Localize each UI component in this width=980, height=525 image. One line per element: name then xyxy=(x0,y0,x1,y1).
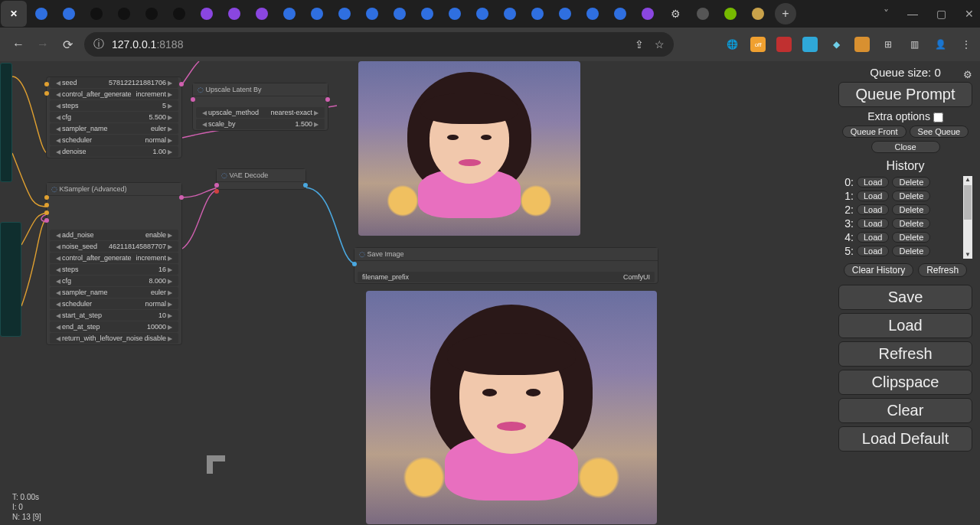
param-row[interactable]: ◀return_with_leftover_noisedisable▶ xyxy=(50,333,178,344)
ext-globe-icon[interactable]: 🌐 xyxy=(724,37,740,52)
param-row[interactable]: ◀cfg5.500▶ xyxy=(50,112,178,122)
tabs-dropdown-icon[interactable]: ˅ xyxy=(884,8,889,20)
left-arrow-icon[interactable]: ◀ xyxy=(54,114,62,121)
left-arrow-icon[interactable]: ◀ xyxy=(54,137,62,144)
node-ksampler-advanced[interactable]: ◌ KSampler (Advanced) ◀add_noiseenable▶◀… xyxy=(46,182,182,345)
window-close-icon[interactable]: ✕ xyxy=(965,8,974,20)
right-arrow-icon[interactable]: ▶ xyxy=(166,312,174,319)
tab[interactable] xyxy=(414,1,440,27)
tab[interactable] xyxy=(442,1,468,27)
param-row[interactable]: ◀seed578122121881706▶ xyxy=(50,77,178,88)
close-icon[interactable]: ✕ xyxy=(10,8,18,19)
param-row[interactable]: ◀control_after_generateincrement▶ xyxy=(50,253,178,263)
param-row[interactable]: ◀sampler_nameeuler▶ xyxy=(50,287,178,298)
tab[interactable] xyxy=(28,1,54,27)
left-arrow-icon[interactable]: ◀ xyxy=(54,103,62,109)
port-out[interactable] xyxy=(179,82,184,86)
tab[interactable] xyxy=(194,1,220,27)
port-out[interactable] xyxy=(303,183,308,188)
right-arrow-icon[interactable]: ▶ xyxy=(166,335,174,342)
right-arrow-icon[interactable]: ▶ xyxy=(312,121,320,128)
tab[interactable]: ⚙ xyxy=(662,1,688,27)
left-arrow-icon[interactable]: ◀ xyxy=(54,301,62,308)
port-in[interactable] xyxy=(214,183,219,188)
left-arrow-icon[interactable]: ◀ xyxy=(54,255,62,262)
port-in[interactable] xyxy=(191,97,195,102)
save-button[interactable]: Save xyxy=(838,285,972,310)
tab[interactable] xyxy=(469,1,495,27)
tab[interactable] xyxy=(166,1,192,27)
port-in[interactable] xyxy=(44,203,49,207)
scrollbar[interactable]: ▲ ▼ xyxy=(963,176,972,259)
param-row[interactable]: ◀steps16▶ xyxy=(50,264,178,275)
left-arrow-icon[interactable]: ◀ xyxy=(54,324,62,331)
ext-y-icon[interactable] xyxy=(854,37,870,52)
left-arrow-icon[interactable]: ◀ xyxy=(201,121,208,128)
prompt-panel[interactable] xyxy=(0,63,12,182)
right-arrow-icon[interactable]: ▶ xyxy=(166,103,174,109)
right-arrow-icon[interactable]: ▶ xyxy=(166,278,174,285)
history-delete-button[interactable]: Delete xyxy=(892,246,930,256)
port-out[interactable] xyxy=(325,97,330,102)
right-arrow-icon[interactable]: ▶ xyxy=(166,289,174,296)
left-arrow-icon[interactable]: ◀ xyxy=(201,109,208,116)
right-arrow-icon[interactable]: ▶ xyxy=(166,266,174,273)
reload-button[interactable]: ⟳ xyxy=(55,32,80,57)
left-arrow-icon[interactable]: ◀ xyxy=(54,335,62,342)
tab[interactable] xyxy=(580,1,606,27)
tab[interactable] xyxy=(717,1,743,27)
scroll-down-icon[interactable]: ▼ xyxy=(965,251,971,259)
left-arrow-icon[interactable]: ◀ xyxy=(54,312,62,319)
history-load-button[interactable]: Load xyxy=(857,246,889,256)
port-in[interactable] xyxy=(44,210,49,215)
param-row[interactable]: ◀control_after_generateincrement▶ xyxy=(50,89,178,99)
param-row[interactable]: ◀steps5▶ xyxy=(50,100,178,111)
tab[interactable] xyxy=(607,1,633,27)
left-arrow-icon[interactable]: ◀ xyxy=(54,289,62,296)
right-arrow-icon[interactable]: ▶ xyxy=(166,91,174,98)
tab[interactable] xyxy=(111,1,137,27)
param-row[interactable]: ◀end_at_step10000▶ xyxy=(50,321,178,332)
ext-note-icon[interactable] xyxy=(802,37,818,52)
left-arrow-icon[interactable]: ◀ xyxy=(54,91,62,98)
profile-icon[interactable]: 👤 xyxy=(933,37,948,52)
history-load-button[interactable]: Load xyxy=(857,204,889,215)
param-row[interactable]: ◀schedulernormal▶ xyxy=(50,298,178,309)
load-default-button[interactable]: Load Default xyxy=(838,426,972,452)
left-arrow-icon[interactable]: ◀ xyxy=(54,243,62,250)
right-arrow-icon[interactable]: ▶ xyxy=(166,137,174,144)
refresh-button[interactable]: Refresh xyxy=(838,341,972,367)
right-arrow-icon[interactable]: ▶ xyxy=(166,114,174,121)
port-in[interactable] xyxy=(44,91,49,96)
history-delete-button[interactable]: Delete xyxy=(892,218,930,229)
left-arrow-icon[interactable]: ◀ xyxy=(54,266,62,273)
left-arrow-icon[interactable]: ◀ xyxy=(54,278,62,285)
tab[interactable] xyxy=(83,1,109,27)
see-queue-button[interactable]: See Queue xyxy=(910,126,969,138)
node-save-image[interactable]: ◌ Save Image filename_prefix ComfyUI xyxy=(354,247,658,284)
tab[interactable] xyxy=(552,1,578,27)
prompt-panel[interactable] xyxy=(0,222,21,337)
settings-icon[interactable]: ⚙ xyxy=(963,69,972,80)
tab[interactable] xyxy=(524,1,550,27)
history-load-button[interactable]: Load xyxy=(857,177,889,188)
scroll-up-icon[interactable]: ▲ xyxy=(965,176,971,184)
left-arrow-icon[interactable]: ◀ xyxy=(54,148,62,155)
right-arrow-icon[interactable]: ▶ xyxy=(166,243,174,250)
right-arrow-icon[interactable]: ▶ xyxy=(166,232,174,239)
left-arrow-icon[interactable]: ◀ xyxy=(54,126,62,132)
param-row[interactable]: ◀add_noiseenable▶ xyxy=(50,230,178,240)
bookmark-icon[interactable]: ☆ xyxy=(655,38,665,51)
resize-handle-icon[interactable] xyxy=(207,455,225,474)
tab[interactable] xyxy=(221,1,247,27)
tab[interactable] xyxy=(745,1,771,27)
right-arrow-icon[interactable]: ▶ xyxy=(166,80,174,86)
tab[interactable] xyxy=(139,1,165,27)
queue-front-button[interactable]: Queue Front xyxy=(842,126,906,138)
port-in[interactable] xyxy=(44,82,49,86)
param-row[interactable]: ◀denoise1.00▶ xyxy=(50,146,178,157)
clear-history-button[interactable]: Clear History xyxy=(844,263,913,277)
tab[interactable] xyxy=(497,1,523,27)
new-tab-button[interactable]: + xyxy=(775,3,796,24)
extensions-icon[interactable]: ⊞ xyxy=(880,37,896,52)
